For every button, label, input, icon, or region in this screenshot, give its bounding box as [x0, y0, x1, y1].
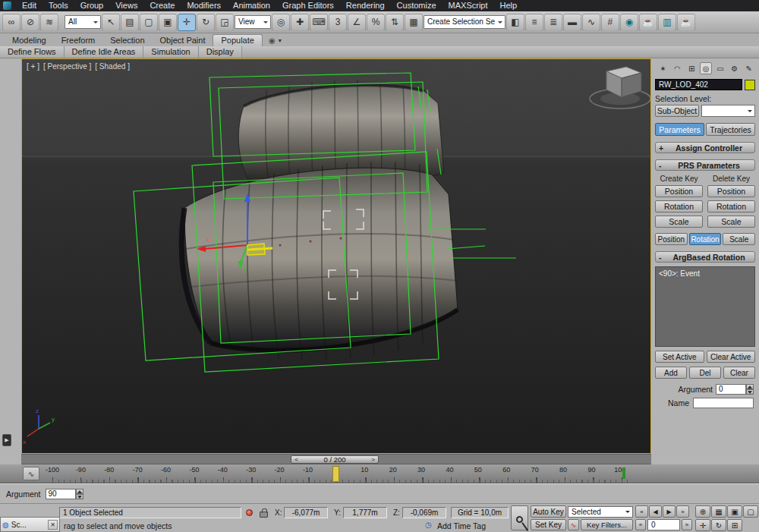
zoom-all-button[interactable]: ▦: [711, 505, 726, 518]
menu-item[interactable]: Tools: [43, 0, 74, 11]
tab-trajectories[interactable]: Trajectories: [706, 123, 755, 136]
orbit-button[interactable]: ↻: [711, 519, 726, 531]
open-tray-arrow-button[interactable]: ▶: [2, 434, 11, 446]
go-to-start-button[interactable]: «: [635, 505, 648, 518]
set-active-button[interactable]: Set Active: [655, 351, 704, 363]
menu-item[interactable]: Customize: [391, 0, 442, 11]
ribbon-tab-freeform[interactable]: Freeform: [54, 35, 103, 46]
z-coordinate-field[interactable]: -0,069m: [402, 507, 446, 518]
select-and-link-button[interactable]: ∞: [2, 14, 20, 31]
del-button[interactable]: Del: [689, 367, 721, 379]
select-and-rotate-button[interactable]: ↻: [197, 14, 215, 31]
edit-named-selections-button[interactable]: ▦: [405, 14, 423, 31]
percent-snap-button[interactable]: %: [367, 14, 385, 31]
zoom-region-button[interactable]: ▢: [743, 505, 758, 518]
argument-bar-spinner[interactable]: 90: [46, 489, 83, 499]
default-tangent-icon[interactable]: ∿: [568, 519, 579, 530]
create-key-rotation-button[interactable]: Rotation: [655, 200, 703, 212]
viewport-shading-menu[interactable]: [ Shaded ]: [95, 62, 130, 71]
snaps-toggle-button[interactable]: 3: [329, 14, 347, 31]
prs-parameters-rollout[interactable]: - PRS Parameters: [655, 159, 755, 171]
selection-lock-icon[interactable]: [260, 512, 268, 518]
menu-item[interactable]: Help: [494, 0, 524, 11]
isolate-selection-icon[interactable]: [246, 509, 253, 516]
current-frame-marker[interactable]: [332, 466, 339, 482]
delete-key-scale-button[interactable]: Scale: [707, 216, 755, 228]
mirror-button[interactable]: ◧: [506, 14, 524, 31]
assign-controller-rollout[interactable]: + Assign Controller: [655, 142, 755, 153]
viewport-general-menu[interactable]: [ + ]: [27, 62, 39, 71]
object-color-swatch[interactable]: [745, 80, 755, 90]
add-button[interactable]: Add: [655, 367, 687, 379]
unlink-selection-button[interactable]: ⊘: [21, 14, 39, 31]
delete-key-rotation-button[interactable]: Rotation: [707, 200, 755, 212]
delete-key-position-button[interactable]: Position: [707, 185, 755, 197]
go-to-end-button[interactable]: »: [676, 505, 689, 518]
motion-tab-icon[interactable]: ◎: [700, 62, 713, 74]
viewport-pov-menu[interactable]: [ Perspective ]: [43, 62, 91, 71]
ribbon-tab-selection[interactable]: Selection: [102, 35, 152, 46]
schematic-view-button[interactable]: #: [601, 14, 619, 31]
mini-curve-editor-button[interactable]: ∿: [23, 467, 39, 480]
ribbon-dropdown-arrow-icon[interactable]: ▾: [279, 37, 282, 44]
zoom-extents-button[interactable]: ▣: [727, 505, 742, 518]
pencil-icon[interactable]: ✎: [742, 62, 755, 74]
viewport-scene[interactable]: x y x y z: [22, 59, 650, 453]
previous-frame-arrow-icon[interactable]: <: [291, 456, 301, 463]
argbased-rotation-rollout[interactable]: - ArgBased Rotation: [655, 251, 755, 263]
x-coordinate-field[interactable]: -6,077m: [284, 507, 328, 518]
named-selection-dropdown[interactable]: Create Selection Se: [424, 15, 505, 29]
ribbon-tab-object-paint[interactable]: Object Paint: [153, 35, 213, 46]
set-keys-button[interactable]: [511, 505, 528, 530]
select-and-manipulate-button[interactable]: ✚: [291, 14, 309, 31]
layer-manager-button[interactable]: ≣: [544, 14, 562, 31]
set-key-button[interactable]: Set Key: [531, 519, 566, 530]
tab-parameters[interactable]: Parameters: [655, 123, 704, 136]
modify-tab-icon[interactable]: ◠: [671, 62, 684, 74]
y-coordinate-field[interactable]: 1,777m: [343, 507, 387, 518]
select-and-scale-button[interactable]: ◲: [216, 14, 234, 31]
hierarchy-tab-icon[interactable]: ⊞: [685, 62, 698, 74]
add-time-tag-button[interactable]: Add Time Tag: [437, 521, 486, 530]
ribbon-tab-modeling[interactable]: Modeling: [5, 35, 54, 46]
key-filters-button[interactable]: Key Filters...: [581, 519, 633, 530]
menu-item[interactable]: Views: [109, 0, 143, 11]
perspective-viewport[interactable]: [ + ] [ Perspective ] [ Shaded ]: [21, 58, 651, 454]
maximize-viewport-button[interactable]: ⊞: [727, 519, 742, 531]
create-key-position-button[interactable]: Position: [655, 185, 703, 197]
key-selection-dropdown[interactable]: Selected: [568, 506, 633, 518]
next-frame-arrow-icon[interactable]: >: [368, 456, 378, 463]
select-and-move-button[interactable]: ✛: [178, 14, 196, 31]
keyboard-override-button[interactable]: ⌨: [310, 14, 328, 31]
sub-object-dropdown[interactable]: [701, 105, 755, 117]
selection-filter-dropdown[interactable]: All: [65, 15, 101, 29]
use-pivot-point-button[interactable]: ◎: [272, 14, 290, 31]
menu-item[interactable]: Edit: [16, 0, 43, 11]
panel-tab-simulation[interactable]: Simulation: [143, 46, 198, 58]
menu-item[interactable]: Group: [74, 0, 110, 11]
prs-rotation-button[interactable]: Rotation: [689, 233, 722, 245]
align-button[interactable]: ≡: [525, 14, 543, 31]
display-tab-icon[interactable]: ▭: [713, 62, 726, 74]
current-frame-field[interactable]: 0: [647, 519, 680, 530]
clear-active-button[interactable]: Clear Active: [707, 351, 756, 363]
time-slider-track[interactable]: < 0 / 200 >: [21, 454, 651, 464]
menu-item[interactable]: Modifiers: [181, 0, 227, 11]
name-field[interactable]: [693, 398, 754, 408]
ribbon-tab-populate[interactable]: Populate: [213, 34, 262, 46]
track-bar[interactable]: ∿ -100-90-80-70-60-50-40-30-20-100102030…: [0, 464, 759, 483]
previous-key-button[interactable]: «: [635, 519, 646, 530]
utilities-tab-icon[interactable]: ⚙: [728, 62, 741, 74]
sub-object-button[interactable]: Sub-Object: [655, 105, 699, 117]
graphite-ribbon-button[interactable]: ▬: [563, 14, 581, 31]
close-icon[interactable]: ✕: [48, 520, 58, 530]
zoom-button[interactable]: ⊕: [695, 505, 710, 518]
angle-snap-button[interactable]: ∠: [348, 14, 366, 31]
select-by-name-button[interactable]: ▤: [121, 14, 139, 31]
menu-item[interactable]: Rendering: [340, 0, 391, 11]
menu-item[interactable]: Graph Editors: [276, 0, 340, 11]
spinner-arrows-icon[interactable]: [76, 489, 83, 499]
previous-frame-button[interactable]: ◀: [649, 505, 662, 518]
event-list-item[interactable]: <90>: Event: [659, 269, 751, 279]
auto-key-button[interactable]: Auto Key: [531, 505, 566, 518]
